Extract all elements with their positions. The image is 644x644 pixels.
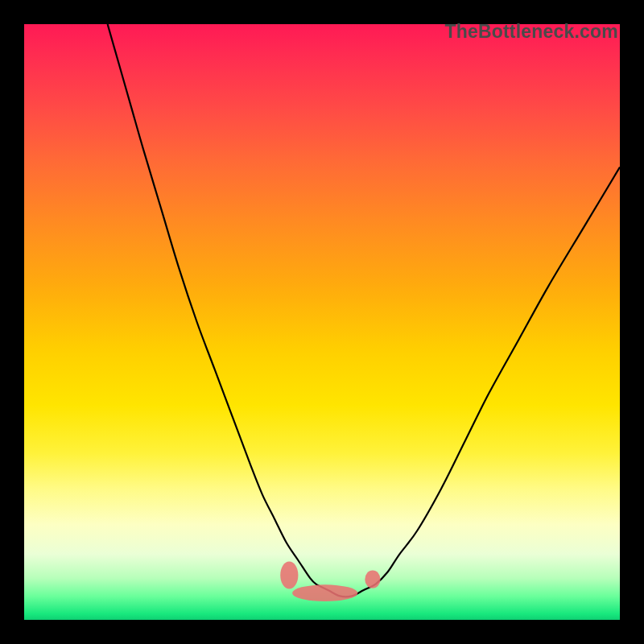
watermark-text: TheBottleneck.com	[444, 21, 618, 43]
plateau-blob-right	[365, 571, 380, 588]
plateau-blob-left	[280, 561, 298, 588]
bottleneck-curve	[108, 24, 620, 597]
plot-area	[24, 24, 620, 620]
marker-blobs	[280, 561, 380, 601]
plateau-blob-main	[292, 584, 357, 601]
chart-svg	[24, 24, 620, 620]
chart-frame: TheBottleneck.com	[0, 0, 644, 644]
